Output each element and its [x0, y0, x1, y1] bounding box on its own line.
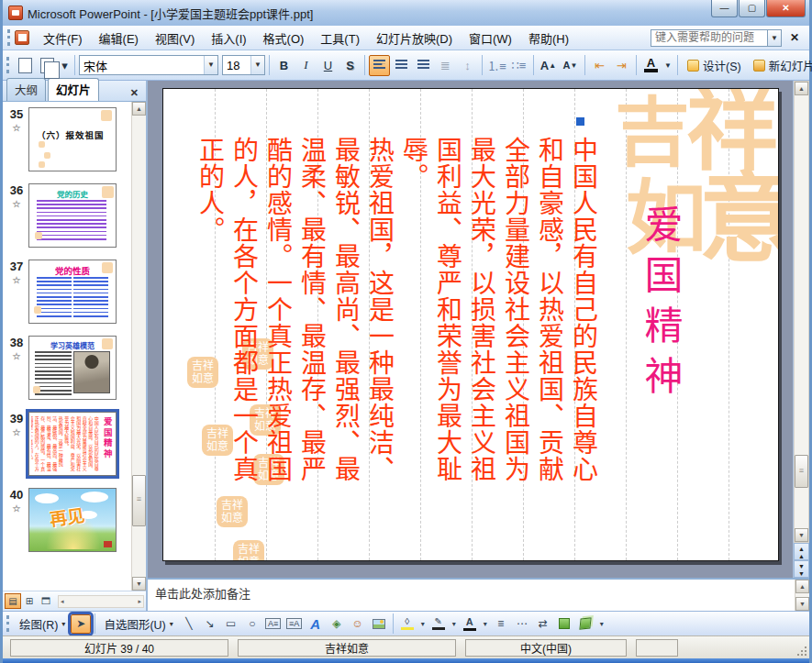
main-scrollbar[interactable]: ▲ ▼ — [794, 81, 809, 543]
scroll-track[interactable] — [795, 95, 808, 528]
arrow-tool[interactable]: ↘ — [200, 614, 220, 634]
thumbnail-36[interactable]: 党的历史 — [28, 183, 117, 248]
tab-outline[interactable]: 大纲 — [6, 78, 46, 101]
animation-star-icon[interactable]: ☆ — [5, 427, 28, 437]
thumbnail-39-selected[interactable]: 爱国精神 中国人民有自己的民族自尊心和自豪感，以热爱祖国、贡献全部力量建设社会主… — [28, 412, 117, 476]
menu-format[interactable]: 格式(O) — [255, 27, 313, 50]
align-right-button[interactable] — [413, 55, 434, 76]
increase-font-icon[interactable]: A▲ — [538, 55, 559, 76]
slide-sorter-view-button[interactable]: ⊞ — [21, 593, 38, 609]
animation-star-icon[interactable]: ☆ — [5, 351, 28, 361]
panel-scrollbar[interactable]: ▲ ▼ — [131, 102, 146, 591]
panel-scroll-track[interactable] — [132, 116, 146, 577]
menu-view[interactable]: 视图(V) — [147, 27, 203, 50]
line-color-tool[interactable]: ✎ — [428, 614, 449, 634]
font-color-tool[interactable]: A — [460, 614, 480, 634]
panel-close-icon[interactable]: ✕ — [125, 85, 144, 101]
select-arrow-button[interactable]: ➤ — [71, 614, 91, 634]
rectangle-tool[interactable]: ▭ — [221, 614, 241, 634]
toolbar-drag-handle[interactable] — [7, 29, 11, 46]
font-dropdown-icon[interactable]: ▼ — [204, 56, 217, 74]
align-center-button[interactable] — [391, 55, 412, 76]
resize-grip[interactable] — [796, 646, 807, 657]
fill-color-dropdown-icon[interactable]: ▾ — [418, 614, 428, 634]
animation-star-icon[interactable]: ☆ — [5, 275, 28, 285]
clipart-tool[interactable]: ☺ — [348, 614, 368, 634]
fill-color-tool[interactable]: ◊ — [397, 614, 417, 634]
animation-star-icon[interactable]: ☆ — [5, 503, 28, 514]
text-shadow-button[interactable]: S — [339, 55, 361, 76]
increase-indent-icon[interactable]: ⇥ — [611, 55, 632, 76]
wordart-tool[interactable]: A — [306, 614, 326, 634]
font-color-dropdown-icon[interactable]: ▼ — [662, 55, 673, 76]
vertical-textbox-tool[interactable]: ≡A — [284, 614, 305, 634]
line-color-dropdown-icon[interactable]: ▾ — [450, 614, 459, 634]
insert-picture-tool[interactable] — [369, 614, 389, 634]
scroll-down-icon[interactable]: ▼ — [795, 597, 809, 611]
slide-item-36[interactable]: 36☆ 党的历史 — [5, 183, 131, 248]
restore-button[interactable]: ▢ — [739, 0, 765, 17]
slide-body-text[interactable]: 中国人民有自己的民族自尊心和自豪感，以热爱祖国、贡献全部力量建设社会主义祖国为最… — [185, 137, 600, 489]
notes-placeholder[interactable]: 单击此处添加备注 — [148, 580, 795, 611]
minimize-button[interactable]: — — [711, 0, 738, 17]
font-size-input[interactable] — [223, 59, 250, 72]
font-name-combo[interactable]: ▼ — [79, 55, 218, 75]
line-style-tool[interactable]: ≡ — [491, 614, 511, 634]
help-search-input[interactable] — [651, 29, 768, 47]
font-color-icon[interactable]: A — [640, 55, 662, 76]
decrease-font-icon[interactable]: A▼ — [560, 55, 581, 76]
diagram-tool[interactable]: ◈ — [327, 614, 347, 634]
line-spacing-icon[interactable]: ≣ — [435, 55, 456, 76]
slide-item-40[interactable]: 40☆ 再见 — [5, 488, 131, 552]
document-close-icon[interactable]: ✕ — [782, 29, 806, 46]
underline-button[interactable]: U — [317, 55, 339, 76]
dash-style-tool[interactable]: ⋯ — [512, 614, 532, 634]
draw-menu-button[interactable]: 绘图(R)▾ — [15, 615, 70, 633]
title-bar[interactable]: Microsoft PowerPoint - [小学爱国主题班会ppt课件.pp… — [3, 0, 809, 26]
next-slide-button[interactable]: ▼▼ — [794, 560, 809, 578]
slide-item-38[interactable]: 38☆ 学习英雄模范 — [5, 336, 131, 400]
3d-style-tool[interactable] — [575, 614, 595, 634]
menu-slideshow[interactable]: 幻灯片放映(D) — [368, 27, 461, 50]
new-slide-button[interactable]: 新幻灯片(N) — [748, 57, 812, 74]
help-dropdown-icon[interactable]: ▼ — [768, 29, 782, 47]
arrow-style-tool[interactable]: ⇄ — [533, 614, 553, 634]
numbered-list-button[interactable]: ⒈≡ — [486, 55, 507, 76]
bold-button[interactable]: B — [273, 55, 295, 76]
scroll-up-icon[interactable]: ▲ — [132, 102, 146, 116]
text-direction-icon[interactable]: ↕ — [457, 55, 478, 76]
thumbnail-35[interactable]: （六）报效祖国 — [28, 107, 117, 171]
shadow-style-tool[interactable] — [554, 614, 574, 634]
slide-item-35[interactable]: 35☆ （六）报效祖国 — [5, 107, 131, 171]
copy-icon[interactable] — [37, 55, 58, 76]
scroll-up-icon[interactable]: ▲ — [795, 580, 809, 593]
scroll-down-icon[interactable]: ▼ — [795, 528, 808, 542]
panel-scroll-thumb[interactable] — [132, 475, 146, 526]
menu-edit[interactable]: 编辑(E) — [91, 27, 147, 50]
design-button[interactable]: 设计(S) — [682, 57, 747, 74]
status-design-template[interactable]: 吉祥如意 — [238, 639, 456, 657]
font-color-dropdown-icon[interactable]: ▾ — [481, 614, 490, 634]
slide-canvas[interactable]: 吉 祥 如 意 爱国精神 中国人民有自己的民族自尊心和自豪感，以热爱祖国、贡献全… — [162, 88, 779, 561]
animation-star-icon[interactable]: ☆ — [5, 199, 28, 209]
scroll-thumb[interactable] — [795, 455, 808, 488]
slide-editor-area[interactable]: 吉 祥 如 意 爱国精神 中国人民有自己的民族自尊心和自豪感，以热爱祖国、贡献全… — [148, 81, 793, 578]
menu-window[interactable]: 窗口(W) — [461, 27, 520, 50]
oval-tool[interactable]: ○ — [242, 614, 262, 634]
line-tool[interactable]: ╲ — [179, 614, 199, 634]
toolbar-drag-handle[interactable] — [6, 57, 10, 73]
thumbnail-40[interactable]: 再见 — [28, 488, 117, 552]
previous-slide-button[interactable]: ▲▲ — [794, 543, 809, 560]
toolbar-options-icon[interactable]: ▾ — [59, 55, 71, 76]
notes-scrollbar[interactable]: ▲ ▼ — [795, 580, 809, 611]
menu-insert[interactable]: 插入(I) — [203, 27, 254, 50]
autoshapes-menu-button[interactable]: 自选图形(U)▾ — [99, 615, 177, 633]
decrease-indent-icon[interactable]: ⇤ — [589, 55, 610, 76]
scroll-down-icon[interactable]: ▼ — [132, 577, 146, 591]
status-language[interactable]: 中文(中国) — [465, 639, 627, 657]
notes-pane[interactable]: 单击此处添加备注 ▲ ▼ — [148, 578, 809, 611]
scroll-right-icon[interactable]: ▸ — [138, 598, 141, 605]
align-left-button[interactable] — [369, 55, 390, 76]
scroll-left-icon[interactable]: ◂ — [61, 598, 64, 605]
bullet-list-button[interactable]: ∷≡ — [508, 55, 529, 76]
